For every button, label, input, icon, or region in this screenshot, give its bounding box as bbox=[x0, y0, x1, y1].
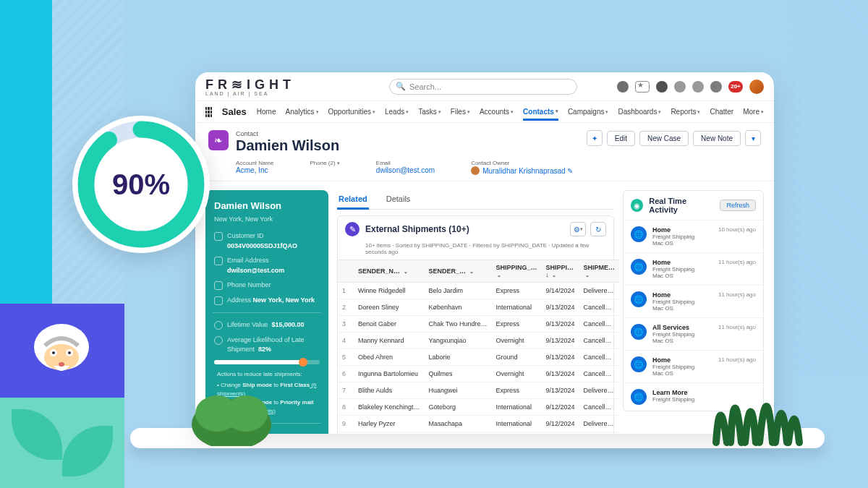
table-row[interactable]: 4Manny KennardYangxunqiaoOvernight9/13/2… bbox=[338, 333, 619, 349]
nav-home[interactable]: Home bbox=[257, 108, 276, 116]
chevron-down-icon[interactable]: ▾ bbox=[373, 109, 375, 115]
activity-item[interactable]: 🌐HomeFreight ShippingMac OS10 hour(s) ag… bbox=[624, 220, 763, 252]
tab-details[interactable]: Details bbox=[385, 190, 412, 209]
table-row[interactable]: 8Blakeley Kenchingt…GöteborgInternationa… bbox=[338, 399, 619, 416]
plus-icon[interactable] bbox=[656, 81, 668, 93]
favorites-icon[interactable] bbox=[635, 81, 650, 93]
nav-more[interactable]: More▾ bbox=[743, 108, 764, 116]
table-row[interactable]: 3Benoit GaberChak Two Hundre…Express9/13… bbox=[338, 316, 619, 333]
refresh-button[interactable]: Refresh bbox=[720, 200, 756, 211]
help-icon[interactable] bbox=[692, 81, 704, 93]
decor-stripe-blue bbox=[0, 0, 52, 304]
brand-name: FR≋IGHT bbox=[205, 77, 295, 93]
more-actions-icon[interactable]: ▾ bbox=[745, 130, 761, 146]
record-header: ❧ Contact Damien Wilson ✦ Edit New Case … bbox=[195, 123, 774, 181]
nav-dashboards[interactable]: Dashboards▾ bbox=[618, 108, 661, 116]
chevron-down-icon[interactable]: ▾ bbox=[438, 109, 441, 115]
app-window: FR≋IGHT LAND | AIR | SEA 🔍 Search... 20+… bbox=[195, 72, 774, 434]
notification-badge[interactable]: 20+ bbox=[728, 81, 743, 93]
chevron-down-icon[interactable]: ▾ bbox=[556, 108, 558, 114]
col-header[interactable]: SHIPPING_… ⌄ bbox=[491, 260, 541, 283]
cloud-icon[interactable] bbox=[617, 81, 629, 93]
edit-button[interactable]: Edit bbox=[607, 131, 635, 146]
brand-block: FR≋IGHT LAND | AIR | SEA bbox=[205, 77, 295, 96]
chevron-down-icon[interactable]: ▾ bbox=[658, 109, 661, 115]
new-note-button[interactable]: New Note bbox=[693, 131, 741, 146]
col-header[interactable]: SHIPPI… ↓ ⌄ bbox=[541, 260, 579, 283]
chevron-down-icon[interactable]: ▾ bbox=[605, 109, 608, 115]
nav-reports[interactable]: Reports▾ bbox=[671, 108, 700, 116]
chevron-down-icon[interactable]: ▾ bbox=[316, 109, 319, 115]
card-name: Damien Wilson bbox=[214, 199, 320, 213]
account-link[interactable]: Acme, Inc bbox=[236, 166, 273, 174]
cloud2-icon[interactable] bbox=[674, 81, 686, 93]
email-link[interactable]: dwilson@test.com bbox=[376, 166, 435, 174]
chevron-down-icon[interactable]: ▾ bbox=[761, 109, 764, 115]
decor-grass-right bbox=[709, 367, 803, 446]
email-icon bbox=[214, 257, 223, 265]
decor-einstein-tile bbox=[0, 304, 124, 398]
svg-point-6 bbox=[59, 362, 64, 367]
col-header[interactable]: SHIPME… ⌄ bbox=[579, 260, 620, 283]
email-label: Email bbox=[376, 160, 435, 166]
table-row[interactable]: 6Ingunna BartolomieuQuilmesOvernight9/13… bbox=[338, 366, 619, 382]
card-location: New York, New York bbox=[214, 215, 320, 225]
einstein-action-icon[interactable]: ✦ bbox=[587, 130, 603, 146]
nav-contacts[interactable]: Contacts▾ bbox=[523, 108, 558, 121]
topbar: FR≋IGHT LAND | AIR | SEA 🔍 Search... 20+ bbox=[195, 72, 774, 101]
activity-item[interactable]: 🌐All ServicesFreight ShippingMac OS11 ho… bbox=[624, 317, 763, 350]
nav-analytics[interactable]: Analytics▾ bbox=[286, 108, 319, 116]
col-header[interactable]: SENDER_… ⌄ bbox=[425, 260, 492, 283]
decor-bush-left bbox=[188, 374, 275, 446]
chevron-down-icon[interactable]: ▾ bbox=[511, 109, 514, 115]
global-search[interactable]: 🔍 Search... bbox=[389, 79, 577, 95]
nav-leads[interactable]: Leads▾ bbox=[385, 108, 409, 116]
gear-icon[interactable] bbox=[710, 81, 722, 93]
table-row[interactable]: 5Obed AhrenLaborieGround9/13/2024Cancell… bbox=[338, 349, 619, 366]
col-header[interactable]: SENDER_N… ⌄ bbox=[354, 260, 425, 283]
account-label: Account Name bbox=[236, 160, 273, 166]
chevron-down-icon[interactable]: ▾ bbox=[697, 109, 700, 115]
topbar-icons: 20+ bbox=[617, 80, 764, 94]
panel-title[interactable]: External Shipments (10+) bbox=[365, 224, 469, 234]
realtime-title: Real Time Activity bbox=[649, 197, 714, 214]
svg-point-11 bbox=[224, 395, 268, 432]
activity-item[interactable]: 🌐HomeFreight ShippingMac OS11 hour(s) ag… bbox=[624, 252, 763, 285]
user-avatar[interactable] bbox=[749, 80, 764, 94]
chevron-down-icon[interactable]: ▾ bbox=[467, 109, 470, 115]
globe-icon: 🌐 bbox=[631, 389, 647, 405]
nav-chatter[interactable]: Chatter bbox=[710, 108, 733, 116]
table-row[interactable]: 9Harley PyzerMasachapaInternational9/12/… bbox=[338, 416, 619, 432]
chevron-down-icon[interactable]: ▾ bbox=[406, 109, 409, 115]
nav-accounts[interactable]: Accounts▾ bbox=[480, 108, 514, 116]
table-row[interactable]: 7Blithe AuldsHuangweiExpress9/13/2024Del… bbox=[338, 382, 619, 399]
nav-opportunities[interactable]: Opportunities▾ bbox=[328, 108, 375, 116]
app-name: Sales bbox=[222, 106, 247, 117]
chevron-down-icon: ▾ bbox=[337, 160, 340, 166]
record-highlight-fields: Account Name Acme, Inc Phone (2) ▾ Email… bbox=[236, 160, 761, 175]
nav-bar: Sales HomeAnalytics▾Opportunities▾Leads▾… bbox=[195, 101, 774, 123]
detail-tabs: Related Details bbox=[337, 190, 614, 210]
object-label: Contact bbox=[236, 130, 339, 137]
globe-icon: 🌐 bbox=[631, 291, 647, 307]
panel-refresh-icon[interactable]: ↻ bbox=[590, 222, 606, 236]
nav-campaigns[interactable]: Campaigns▾ bbox=[568, 108, 609, 116]
tab-related[interactable]: Related bbox=[337, 190, 369, 210]
owner-link[interactable]: Muralidhar Krishnaprasad ✎ bbox=[471, 166, 573, 175]
decor-leaf-tile bbox=[0, 398, 124, 488]
nav-tasks[interactable]: Tasks▾ bbox=[418, 108, 441, 116]
panel-meta: 10+ items · Sorted by SHIPPING_DATE · Fi… bbox=[338, 242, 613, 260]
table-row[interactable]: 10Nari DonizeauLuan BaluGround9/12/2024C… bbox=[338, 432, 619, 435]
pin-icon bbox=[214, 296, 223, 305]
panel-gear-icon[interactable]: ⚙▾ bbox=[570, 222, 586, 236]
table-row[interactable]: 1Winne RidgedellBelo JardimExpress9/14/2… bbox=[338, 283, 619, 299]
einstein-icon bbox=[22, 318, 101, 387]
record-actions: ✦ Edit New Case New Note ▾ bbox=[587, 130, 761, 146]
activity-item[interactable]: 🌐HomeFreight ShippingMac OS11 hour(s) ag… bbox=[624, 285, 763, 317]
globe-icon: 🌐 bbox=[631, 226, 647, 242]
cart-icon bbox=[214, 321, 223, 330]
nav-files[interactable]: Files▾ bbox=[451, 108, 470, 116]
table-row[interactable]: 2Doreen SlineyKøbenhavnInternational9/13… bbox=[338, 299, 619, 316]
new-case-button[interactable]: New Case bbox=[639, 131, 689, 146]
owner-label: Contact Owner bbox=[471, 160, 573, 166]
